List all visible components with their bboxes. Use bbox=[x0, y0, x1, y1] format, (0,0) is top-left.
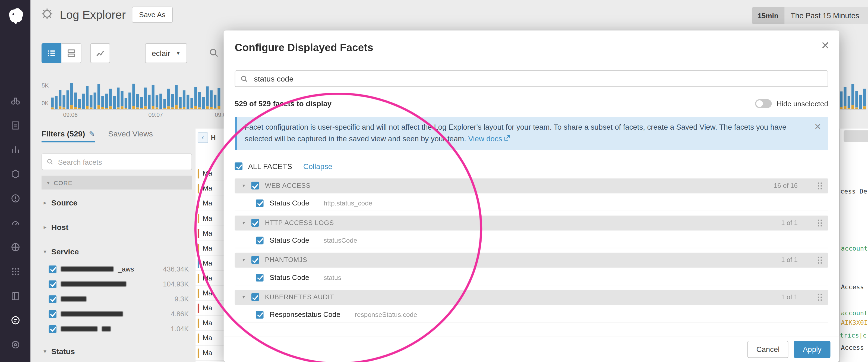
checkbox-checked-icon[interactable] bbox=[49, 295, 57, 303]
saved-view-dropdown[interactable]: eclair ▼ bbox=[145, 43, 187, 63]
time-range-picker[interactable]: 15min The Past 15 Minutes bbox=[751, 7, 868, 24]
facet-checkbox[interactable] bbox=[256, 236, 264, 244]
tab-saved-views[interactable]: Saved Views bbox=[108, 129, 153, 138]
processes-icon[interactable] bbox=[10, 266, 21, 277]
modal-search-input[interactable] bbox=[253, 74, 823, 84]
facet-row[interactable]: Status Code status bbox=[235, 271, 828, 285]
log-row-text: Ma bbox=[203, 319, 212, 327]
log-row[interactable]: Ma bbox=[195, 316, 224, 331]
facet-group-header-http-access-logs[interactable]: ▾ HTTP ACCESS LOGS 1 of 1 bbox=[235, 216, 828, 230]
search-icon[interactable] bbox=[209, 48, 219, 60]
group-checkbox[interactable] bbox=[251, 219, 259, 227]
facet-group-header-web-access[interactable]: ▾ WEB ACCESS 16 of 16 bbox=[235, 178, 828, 193]
monitors-icon[interactable] bbox=[10, 193, 21, 204]
log-row[interactable]: Ma bbox=[195, 226, 224, 241]
facet-group-header-kubernetes-audit[interactable]: ▾ KUBERNETES AUDIT 1 of 1 bbox=[235, 290, 828, 305]
modal-search-box[interactable] bbox=[235, 71, 828, 87]
facet-row[interactable]: Status Code http.status_code bbox=[235, 196, 828, 211]
notebooks-icon[interactable] bbox=[10, 290, 21, 301]
core-group-header[interactable]: ▾ CORE bbox=[41, 175, 192, 189]
log-row[interactable]: Ma bbox=[195, 331, 224, 346]
view-docs-link[interactable]: View docs bbox=[468, 135, 502, 143]
log-row[interactable]: Ma bbox=[195, 301, 224, 316]
grouped-view-button[interactable] bbox=[61, 43, 81, 63]
apply-button[interactable]: Apply bbox=[794, 341, 830, 358]
facet-search-box[interactable] bbox=[41, 154, 192, 170]
status-bar bbox=[198, 169, 199, 178]
dashboards-icon[interactable] bbox=[10, 144, 21, 155]
all-facets-checkbox[interactable] bbox=[235, 163, 243, 170]
facet-checkbox[interactable] bbox=[256, 199, 264, 207]
log-row[interactable]: Ma bbox=[195, 241, 224, 256]
chevron-down-icon[interactable]: ▾ bbox=[243, 220, 245, 226]
status-bar bbox=[198, 244, 199, 253]
checkbox-checked-icon[interactable] bbox=[49, 325, 57, 333]
synthetics-icon[interactable] bbox=[10, 242, 21, 253]
log-row[interactable]: Ma bbox=[195, 196, 224, 211]
checkbox-checked-icon[interactable] bbox=[49, 310, 57, 318]
watchdog-icon[interactable] bbox=[10, 95, 21, 107]
service-filter-row[interactable]: 9.3K bbox=[41, 291, 192, 307]
log-row[interactable]: Ma bbox=[195, 286, 224, 301]
chart-view-button[interactable] bbox=[90, 43, 110, 63]
options-button-fragment[interactable] bbox=[843, 130, 868, 142]
chevron-down-icon[interactable]: ▾ bbox=[243, 183, 245, 189]
timeline-bars-right[interactable] bbox=[840, 84, 866, 110]
status-bar bbox=[198, 214, 199, 223]
facet-section-status[interactable]: ▾ Status bbox=[41, 343, 192, 359]
chevron-down-icon[interactable]: ▾ bbox=[243, 294, 245, 300]
datadog-logo[interactable] bbox=[4, 4, 27, 26]
facet-section-service[interactable]: ▾ Service bbox=[41, 244, 192, 259]
service-filter-row[interactable]: 4.86K bbox=[41, 307, 192, 322]
log-row[interactable]: Ma bbox=[195, 166, 224, 181]
facet-checkbox[interactable] bbox=[256, 311, 264, 319]
log-row[interactable]: Ma bbox=[195, 346, 224, 361]
events-icon[interactable] bbox=[10, 119, 21, 131]
log-row[interactable]: Ma bbox=[195, 211, 224, 226]
log-row-text: Ma bbox=[203, 259, 212, 267]
save-as-button[interactable]: Save As bbox=[132, 6, 173, 23]
facet-checkbox[interactable] bbox=[256, 274, 264, 282]
facet-group-header-phantomjs[interactable]: ▾ PHANTOMJS 1 of 1 bbox=[235, 252, 828, 268]
configure-facets-modal: × Configure Displayed Facets 529 of 529 … bbox=[224, 30, 839, 362]
edit-pencil-icon[interactable]: ✎ bbox=[89, 129, 95, 138]
group-checkbox[interactable] bbox=[251, 256, 259, 264]
log-row[interactable]: Ma bbox=[195, 256, 224, 271]
checkbox-checked-icon[interactable] bbox=[49, 265, 57, 273]
drag-handle-icon[interactable] bbox=[817, 293, 823, 301]
timeline-bars-left[interactable] bbox=[51, 84, 220, 110]
banner-close-icon[interactable]: × bbox=[814, 121, 821, 132]
apm-icon[interactable] bbox=[10, 217, 21, 228]
facet-section-source[interactable]: ▸ Source bbox=[41, 195, 192, 211]
drag-handle-icon[interactable] bbox=[817, 256, 823, 264]
log-row[interactable]: Ma bbox=[195, 181, 224, 196]
cancel-button[interactable]: Cancel bbox=[747, 341, 788, 358]
facet-search-input[interactable] bbox=[57, 157, 187, 167]
group-checkbox[interactable] bbox=[251, 293, 259, 301]
facet-section-host[interactable]: ▸ Host bbox=[41, 219, 192, 235]
log-row[interactable]: Ma bbox=[195, 271, 224, 286]
infrastructure-icon[interactable] bbox=[10, 168, 21, 179]
facet-label: Responsestatus Code bbox=[270, 311, 340, 319]
service-filter-row[interactable]: 104.93K bbox=[41, 276, 192, 291]
facet-row[interactable]: Status Code statusCode bbox=[235, 233, 828, 248]
collapse-panel-icon[interactable]: ‹ bbox=[198, 132, 208, 143]
drag-handle-icon[interactable] bbox=[817, 182, 823, 190]
hide-unselected-toggle[interactable] bbox=[755, 99, 772, 108]
group-name: PHANTOMJS bbox=[265, 256, 307, 264]
service-filter-row[interactable]: _aws 436.34K bbox=[41, 261, 192, 276]
tab-filters[interactable]: Filters (529) ✎ bbox=[41, 129, 95, 142]
collapse-link[interactable]: Collapse bbox=[303, 162, 332, 171]
service-filter-row[interactable]: 1.04K bbox=[41, 322, 192, 336]
list-view-button[interactable] bbox=[41, 43, 61, 63]
group-checkbox[interactable] bbox=[251, 182, 259, 190]
facet-row[interactable]: Responsestatus Code responseStatus.code bbox=[235, 307, 828, 322]
time-range-chip[interactable]: 15min bbox=[751, 7, 784, 24]
chevron-down-icon[interactable]: ▾ bbox=[243, 257, 245, 263]
security-icon[interactable] bbox=[10, 339, 21, 350]
checkbox-checked-icon[interactable] bbox=[49, 280, 57, 288]
modal-title: Configure Displayed Facets bbox=[235, 30, 828, 54]
facet-section-label: Service bbox=[51, 247, 79, 256]
logs-icon[interactable] bbox=[10, 315, 21, 326]
drag-handle-icon[interactable] bbox=[817, 219, 823, 227]
